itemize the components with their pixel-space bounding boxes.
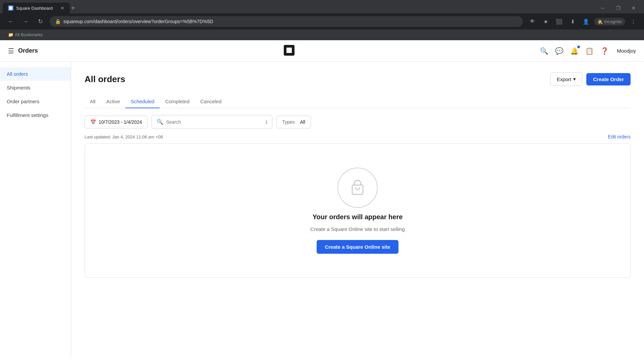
incognito-indicator: 🕵 Incognito [594, 18, 625, 25]
user-name[interactable]: Moodjoy [617, 48, 636, 54]
address-bar[interactable]: 🔒 squareup.com/dashboard/orders/overview… [50, 16, 523, 27]
tab-title: Square Dashboard [16, 6, 58, 11]
extensions-icon[interactable]: ⬛ [554, 16, 565, 27]
profile-icon[interactable]: 👤 [581, 16, 591, 27]
tab-scheduled[interactable]: Scheduled [125, 95, 160, 108]
top-nav: ☰ Orders 🔍 💬 🔔 📋 ❓ Moodjoy [0, 40, 644, 62]
bookmarks-folder[interactable]: 📁 All Bookmarks [5, 31, 45, 39]
new-tab-button[interactable]: + [71, 4, 75, 12]
app-container: ☰ Orders 🔍 💬 🔔 📋 ❓ Moodjoy All orders [0, 40, 644, 359]
notification-badge [577, 46, 580, 48]
eye-off-icon[interactable]: 👁 [527, 16, 538, 27]
header-actions: Export ▾ Create Order [550, 72, 631, 86]
empty-state: Your orders will appear here Create a Sq… [304, 147, 412, 274]
chat-button[interactable]: 💬 [555, 47, 564, 55]
empty-subtitle: Create a Square Online site to start sel… [310, 226, 405, 232]
forward-button[interactable]: → [20, 16, 31, 27]
sidebar-item-all-orders[interactable]: All orders [0, 67, 71, 81]
date-range-filter[interactable]: 📅 10/7/2023 - 1/4/2024 [85, 116, 148, 128]
empty-icon-circle [337, 168, 378, 208]
sidebar-item-fulfillment-settings[interactable]: Fulfillment settings [0, 108, 71, 122]
create-order-button[interactable]: Create Order [586, 73, 631, 85]
tab-close-button[interactable]: ✕ [60, 5, 64, 11]
tab-active[interactable]: Active [101, 95, 125, 108]
tab-favicon [8, 5, 13, 11]
nav-logo [284, 45, 294, 57]
sidebar-item-order-partners[interactable]: Order partners [0, 95, 71, 108]
empty-title: Your orders will appear here [313, 213, 403, 221]
create-site-button[interactable]: Create a Square Online site [317, 240, 398, 254]
svg-rect-2 [286, 48, 292, 53]
browser-window: Square Dashboard ✕ + ─ ❐ ✕ ← → ↻ 🔒 squar… [0, 0, 644, 40]
clipboard-button[interactable]: 📋 [585, 47, 594, 55]
nav-title: Orders [18, 47, 38, 54]
nav-icons: 🔍 💬 🔔 📋 ❓ Moodjoy [540, 47, 636, 55]
sidebar-item-shipments[interactable]: Shipments [0, 81, 71, 95]
types-filter[interactable]: Types All [276, 116, 311, 128]
maximize-button[interactable]: ❐ [610, 3, 626, 13]
menu-icon[interactable]: ⋮ [628, 16, 639, 27]
content-area: All orders Export ▾ Create Order All [71, 62, 644, 359]
sidebar: All orders Shipments Order partners Fulf… [0, 62, 71, 359]
search-icon: 🔍 [157, 119, 163, 125]
notification-button[interactable]: 🔔 [570, 47, 579, 55]
edit-orders-link[interactable]: Edit orders [608, 134, 631, 139]
back-button[interactable]: ← [5, 16, 16, 27]
help-button[interactable]: ❓ [600, 47, 609, 55]
bookmarks-bar: 📁 All Bookmarks [0, 29, 644, 40]
search-input[interactable] [166, 119, 263, 125]
chevron-down-icon: ▾ [573, 76, 576, 82]
hamburger-menu[interactable]: ☰ [8, 47, 14, 55]
browser-tab-active[interactable]: Square Dashboard ✕ [3, 3, 70, 13]
minimize-button[interactable]: ─ [595, 3, 610, 13]
orders-table: Your orders will appear here Create a Sq… [85, 143, 631, 278]
svg-rect-0 [9, 6, 12, 10]
tab-canceled[interactable]: Canceled [195, 95, 227, 108]
main-area: All orders Shipments Order partners Fulf… [0, 62, 644, 359]
reload-button[interactable]: ↻ [35, 16, 46, 27]
shopping-bag-icon [348, 178, 367, 197]
export-button[interactable]: Export ▾ [550, 72, 582, 86]
search-button[interactable]: 🔍 [540, 47, 548, 55]
browser-toolbar-icons: 👁 ★ ⬛ ⬇ 👤 🕵 Incognito ⋮ [527, 16, 639, 27]
star-icon[interactable]: ★ [540, 16, 551, 27]
info-icon[interactable]: ℹ [266, 119, 267, 125]
download-icon[interactable]: ⬇ [567, 16, 578, 27]
square-logo-icon [284, 45, 294, 56]
order-tabs: All Active Scheduled Completed Canceled [85, 95, 631, 108]
meta-row: Last updated: Jan 4, 2024 11:06 am +08 E… [85, 134, 631, 139]
calendar-icon: 📅 [90, 119, 96, 125]
last-updated-text: Last updated: Jan 4, 2024 11:06 am +08 [85, 134, 163, 139]
tab-completed[interactable]: Completed [160, 95, 195, 108]
search-filter[interactable]: 🔍 ℹ [152, 115, 272, 129]
page-title: All orders [85, 74, 125, 84]
page-header: All orders Export ▾ Create Order [85, 72, 631, 86]
tab-all[interactable]: All [85, 95, 101, 108]
close-button[interactable]: ✕ [626, 3, 641, 13]
url-display: squareup.com/dashboard/orders/overview?o… [63, 19, 213, 24]
filters-row: 📅 10/7/2023 - 1/4/2024 🔍 ℹ Types All [85, 115, 631, 129]
